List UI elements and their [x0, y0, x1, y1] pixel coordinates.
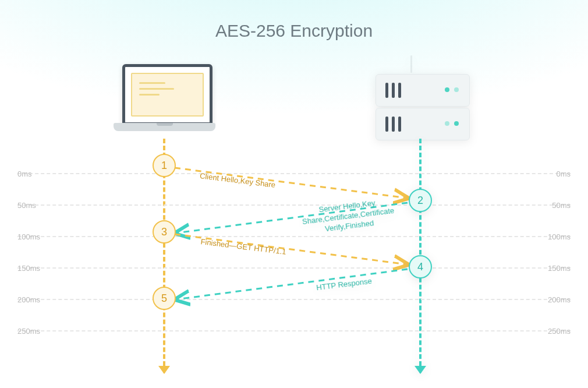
message-label-4: HTTP Response [303, 275, 394, 360]
tick-label: 250ms [548, 327, 571, 336]
step-node-3: 3 [153, 220, 176, 244]
server-rack-icon [376, 61, 469, 137]
tick-label: 100ms [548, 232, 571, 241]
step-node-2: 2 [409, 189, 432, 212]
tick-label: 50ms [552, 201, 571, 210]
tick-label: 150ms [17, 264, 40, 273]
tick-label: 200ms [548, 295, 571, 304]
tick-label: 150ms [548, 264, 571, 273]
tick-label: 250ms [17, 327, 40, 336]
tick-label: 0ms [17, 170, 32, 178]
tick-label: 0ms [556, 170, 571, 178]
client-laptop-icon [114, 64, 215, 137]
step-node-4: 4 [409, 255, 432, 278]
step-node-5: 5 [153, 287, 176, 310]
tick-label: 200ms [17, 295, 40, 304]
step-node-1: 1 [153, 154, 176, 177]
time-grid: 0ms0ms 50ms50ms 100ms100ms 150ms150ms 20… [0, 163, 588, 373]
tick-label: 100ms [17, 232, 40, 241]
tick-label: 50ms [17, 201, 36, 210]
encryption-diagram: 0ms0ms 50ms50ms 100ms100ms 150ms150ms 20… [0, 0, 588, 388]
message-label-2: Server Hello,Key Share,Certificate,Certi… [292, 195, 410, 284]
